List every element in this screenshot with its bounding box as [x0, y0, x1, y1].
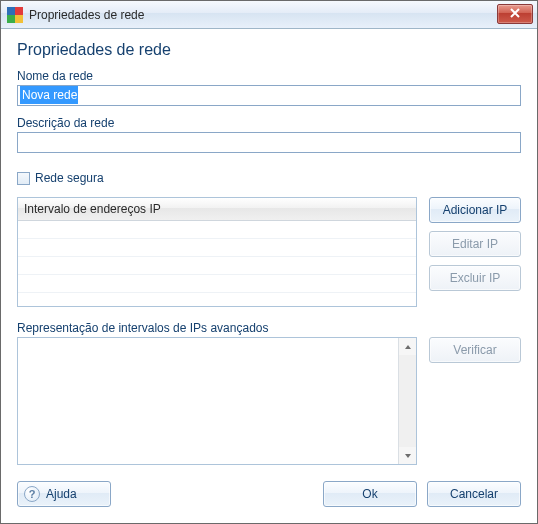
- scroll-down-button[interactable]: [399, 447, 416, 464]
- window-title: Propriedades de rede: [29, 8, 144, 22]
- network-desc-label: Descrição da rede: [17, 116, 521, 130]
- ok-button[interactable]: Ok: [323, 481, 417, 507]
- chevron-down-icon: [404, 449, 412, 463]
- network-name-field: Nome da rede Nova rede: [17, 69, 521, 106]
- page-heading: Propriedades de rede: [17, 41, 521, 59]
- help-label: Ajuda: [46, 487, 77, 501]
- list-row-empty: [18, 293, 416, 307]
- app-icon: [7, 7, 23, 23]
- dialog-footer: ? Ajuda Ok Cancelar: [17, 475, 521, 507]
- ip-range-section: Intervalo de endereços IP Adicionar IP E…: [17, 197, 521, 307]
- edit-ip-button[interactable]: Editar IP: [429, 231, 521, 257]
- secure-network-row[interactable]: Rede segura: [17, 171, 521, 185]
- advanced-textarea[interactable]: [17, 337, 417, 465]
- dialog-body: Propriedades de rede Nome da rede Nova r…: [1, 29, 537, 523]
- scroll-up-button[interactable]: [399, 338, 416, 355]
- network-name-label: Nome da rede: [17, 69, 521, 83]
- titlebar: Propriedades de rede: [1, 1, 537, 29]
- close-button[interactable]: [497, 4, 533, 24]
- advanced-side: Verificar: [429, 337, 521, 465]
- close-icon: [510, 7, 520, 21]
- ip-range-list[interactable]: Intervalo de endereços IP: [17, 197, 417, 307]
- network-name-input[interactable]: Nova rede: [17, 85, 521, 106]
- cancel-button[interactable]: Cancelar: [427, 481, 521, 507]
- secure-network-label: Rede segura: [35, 171, 104, 185]
- ip-side-buttons: Adicionar IP Editar IP Excluir IP: [429, 197, 521, 307]
- ip-range-rows: [18, 221, 416, 307]
- network-name-value: Nova rede: [20, 86, 78, 104]
- secure-network-checkbox[interactable]: [17, 172, 30, 185]
- ip-range-column-header[interactable]: Intervalo de endereços IP: [18, 198, 416, 221]
- list-row-empty: [18, 239, 416, 257]
- chevron-up-icon: [404, 340, 412, 354]
- add-ip-button[interactable]: Adicionar IP: [429, 197, 521, 223]
- delete-ip-button[interactable]: Excluir IP: [429, 265, 521, 291]
- help-button[interactable]: ? Ajuda: [17, 481, 111, 507]
- network-desc-input[interactable]: [17, 132, 521, 153]
- advanced-scrollbar[interactable]: [398, 338, 416, 464]
- verify-button[interactable]: Verificar: [429, 337, 521, 363]
- network-desc-field: Descrição da rede: [17, 116, 521, 153]
- list-row-empty: [18, 275, 416, 293]
- list-row-empty: [18, 257, 416, 275]
- advanced-section: Verificar: [17, 337, 521, 465]
- list-row-empty: [18, 221, 416, 239]
- dialog-window: Propriedades de rede Propriedades de red…: [0, 0, 538, 524]
- advanced-label: Representação de intervalos de IPs avanç…: [17, 321, 521, 335]
- help-icon: ?: [24, 486, 40, 502]
